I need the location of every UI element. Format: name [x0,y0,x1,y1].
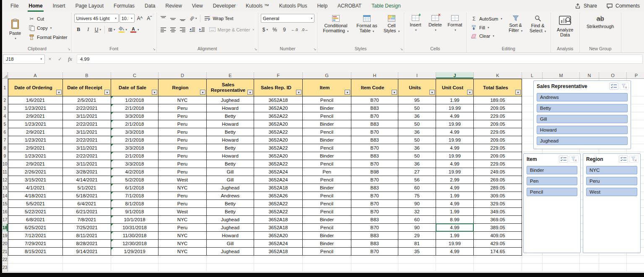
empty-cell[interactable] [474,264,522,272]
strikethrough-button[interactable]: ab Strikethrough [582,14,618,29]
table-cell[interactable]: NYC [158,184,207,192]
table-cell[interactable]: 2/22/2021 [63,104,111,112]
cancel-button[interactable]: × [45,54,55,64]
table-cell[interactable]: B98 [351,168,398,176]
slicer-item-west[interactable]: West [586,188,637,196]
empty-cell[interactable] [207,256,254,264]
table-cell[interactable]: Betty [207,208,254,216]
table-cell[interactable]: Jughead [207,224,254,232]
empty-cell[interactable] [599,264,627,272]
table-cell[interactable]: 4.99 [436,184,474,192]
analyze-data-button[interactable]: Analyze Data [553,14,577,38]
table-cell[interactable]: Binder [303,104,351,112]
table-cell[interactable]: 2.99 [436,176,474,184]
row-header-13[interactable]: 13 [2,184,8,192]
delete-cells-button[interactable]: × Delete ▾ [426,14,444,32]
table-cell[interactable]: 1/6/2021 [8,96,63,104]
table-cell[interactable]: 289.05 [474,184,522,192]
table-cell[interactable]: 8.99 [436,216,474,224]
table-cell[interactable]: Howard [207,120,254,128]
table-cell[interactable]: 2/1/2018 [111,136,158,144]
column-header-D[interactable]: D [158,72,207,79]
column-header-A[interactable]: A [8,72,63,79]
table-cell[interactable]: 1.99 [436,96,474,104]
table-cell[interactable]: 3652A24 [254,240,303,248]
paste-button[interactable]: Paste ▾ [5,14,25,45]
clear-filter-button[interactable] [629,155,639,163]
table-cell[interactable]: Howard [207,152,254,160]
table-cell[interactable]: Betty [207,112,254,120]
table-cell[interactable]: 4.99 [436,248,474,256]
table-cell[interactable]: 6/21/2021 [63,208,111,216]
table-cell[interactable]: 81 [398,240,436,248]
table-cell[interactable]: 50 [398,104,436,112]
autosum-button[interactable]: ΣAutoSum▾ [469,15,504,23]
filter-dropdown-button[interactable] [515,90,521,95]
table-cell[interactable]: B70 [351,128,398,136]
table-cell[interactable]: 3/3/2018 [111,112,158,120]
cell-styles-button[interactable]: Cell Styles ▾ [382,14,401,34]
italic-button[interactable]: I [84,25,93,34]
table-cell[interactable]: 3652A20 [254,152,303,160]
table-cell[interactable]: 229.05 [474,144,522,152]
table-cell[interactable]: 2/26/2021 [8,168,63,176]
table-cell[interactable]: Peru [158,192,207,200]
table-cell[interactable]: Binder [303,136,351,144]
number-dialog-launcher-icon[interactable]: ↘ [313,48,316,51]
table-cell[interactable]: 1/23/2021 [8,136,63,144]
table-cell[interactable]: 8/28/2021 [63,240,111,248]
table-cell[interactable]: 174.65 [474,248,522,256]
empty-cell[interactable] [158,264,207,272]
find-select-button[interactable]: Find & Select ▾ [528,14,548,34]
table-cell[interactable]: 4.99 [436,224,474,232]
font-color-button[interactable]: A▾ [129,25,140,34]
table-cell[interactable]: NYC [158,216,207,224]
slicer-item-betty[interactable]: Betty [537,104,628,112]
table-cell[interactable]: 10/31/2018 [111,224,158,232]
table-cell[interactable]: 19.99 [436,104,474,112]
slicer-item-gill[interactable]: Gill [537,115,628,123]
empty-cell[interactable] [111,264,158,272]
empty-cell[interactable] [398,264,436,272]
table-cell[interactable]: Peru [158,128,207,136]
table-cell[interactable]: Andrews [207,192,254,200]
empty-cell[interactable] [522,264,543,272]
filter-dropdown-button[interactable] [200,90,205,95]
table-cell[interactable]: 4.99 [436,144,474,152]
table-cell[interactable]: Betty [207,160,254,168]
row-header-16[interactable]: 16 [2,208,8,216]
empty-cell[interactable] [254,256,303,264]
table-cell[interactable]: 5/5/2021 [8,200,63,208]
table-cell[interactable]: 209.05 [474,120,522,128]
column-header-J[interactable]: J [436,72,474,79]
tab-data[interactable]: Data [140,0,160,12]
table-cell[interactable]: Pen [303,168,351,176]
table-cell[interactable]: 3652A18 [254,248,303,256]
empty-cell[interactable] [436,256,474,264]
fill-button[interactable]: Fill▾ [469,24,504,31]
column-header-C[interactable]: C [111,72,158,79]
row-header-10[interactable]: 10 [2,160,8,168]
tab-table-design[interactable]: Table Design [366,0,405,12]
empty-cell[interactable] [303,256,351,264]
align-middle-button[interactable] [169,14,178,23]
row-header-5[interactable]: 5 [2,120,8,128]
table-cell[interactable]: 75 [398,192,436,200]
table-cell[interactable]: Pencil [303,176,351,184]
table-cell[interactable]: Jughead [207,184,254,192]
empty-cell[interactable] [627,256,644,264]
table-cell[interactable]: 3652A22 [254,160,303,168]
table-cell[interactable]: 3/11/2021 [63,160,111,168]
empty-cell[interactable] [351,264,398,272]
empty-cell[interactable] [254,264,303,272]
table-cell[interactable]: 9/14/2021 [63,248,111,256]
slicer-item-howard[interactable]: Howard [537,126,628,134]
table-cell[interactable]: B70 [351,224,398,232]
row-header-11[interactable]: 11 [2,168,8,176]
table-cell[interactable]: 4/1/2021 [8,184,63,192]
align-right-button[interactable] [179,25,187,34]
font-size-combobox[interactable]: 10.5▾ [119,14,135,23]
fill-color-button[interactable]: ▾ [117,25,129,34]
format-as-table-button[interactable]: Format as Table ▾ [354,14,380,34]
cut-button[interactable]: ✂Cut [27,15,69,23]
